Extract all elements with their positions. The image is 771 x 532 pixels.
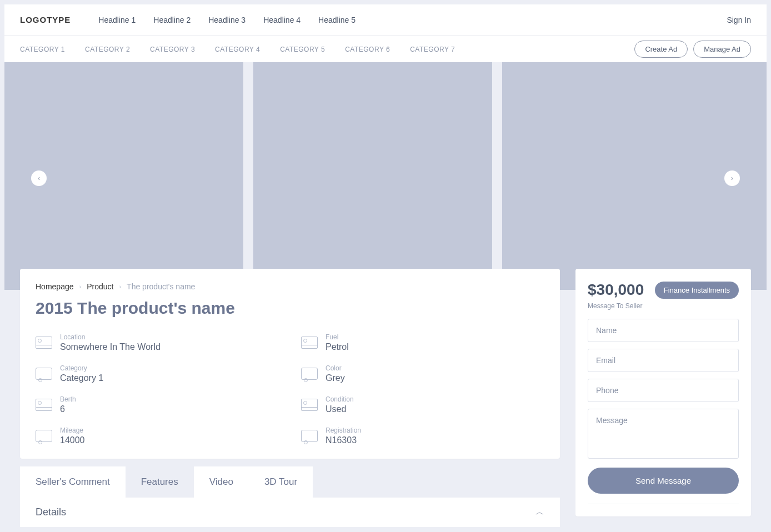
van-icon [301,368,318,380]
headline-5[interactable]: Headline 5 [318,16,356,24]
spec-value: Grey [326,373,345,383]
van-icon [36,430,52,442]
spec-value: N16303 [326,435,361,445]
sign-in-link[interactable]: Sign In [727,16,751,24]
bed-icon [36,337,52,349]
chevron-right-icon: › [119,283,121,290]
bed-icon [301,337,318,349]
header: LOGOTYPE Headline 1 Headline 2 Headline … [4,4,767,62]
spec-category: CategoryCategory 1 [36,364,279,383]
details-title: Details [36,506,66,518]
spec-grid: LocationSomewhere In The World FuelPetro… [36,333,544,445]
spec-location: LocationSomewhere In The World [36,333,279,352]
spec-registration: RegistrationN16303 [301,426,544,445]
category-7[interactable]: CATEGORY 7 [410,46,455,53]
breadcrumb-home[interactable]: Homepage [36,282,74,291]
tab-sellers-comment[interactable]: Seller's Comment [20,466,126,498]
contact-sidebar: $30,000 Finance Installments Message To … [575,269,751,516]
spec-value: Petrol [326,342,349,352]
chevron-right-icon: › [79,283,82,290]
category-2[interactable]: CATEGORY 2 [85,46,130,53]
van-icon [36,368,52,380]
product-title: 2015 The product's name [36,299,544,318]
tab-video[interactable]: Video [194,466,249,498]
spec-value: 6 [60,404,76,414]
category-3[interactable]: CATEGORY 3 [150,46,195,53]
spec-mileage: Mileage14000 [36,426,279,445]
gallery-prev-button[interactable]: ‹ [31,170,47,186]
price: $30,000 [588,281,644,299]
product-card: Homepage › Product › The product's name … [20,269,560,459]
spec-label: Color [326,364,345,372]
image-gallery: ‹ › [4,62,767,290]
send-message-button[interactable]: Send Message [588,468,739,494]
headline-4[interactable]: Headline 4 [263,16,301,24]
divider [588,504,739,504]
message-textarea[interactable] [588,409,739,459]
email-input[interactable] [588,349,739,372]
gallery-slide[interactable] [253,62,492,290]
topbar: LOGOTYPE Headline 1 Headline 2 Headline … [4,4,767,36]
create-ad-button[interactable]: Create Ad [634,41,688,58]
breadcrumb-current: The product's name [127,282,195,291]
details-accordion[interactable]: Details ︿ [20,498,560,527]
headline-3[interactable]: Headline 3 [208,16,246,24]
spec-label: Mileage [60,426,85,434]
headline-2[interactable]: Headline 2 [153,16,191,24]
van-icon [301,430,318,442]
spec-color: ColorGrey [301,364,544,383]
bed-icon [36,399,52,411]
spec-label: Berth [60,395,76,403]
gallery-next-button[interactable]: › [724,170,740,186]
spec-label: Category [60,364,103,372]
spec-fuel: FuelPetrol [301,333,544,352]
spec-label: Condition [326,395,354,403]
spec-value: Used [326,404,354,414]
category-5[interactable]: CATEGORY 5 [280,46,325,53]
spec-berth: Berth6 [36,395,279,414]
ad-buttons: Create Ad Manage Ad [634,41,751,58]
category-bar: CATEGORY 1 CATEGORY 2 CATEGORY 3 CATEGOR… [4,36,767,62]
categories-nav: CATEGORY 1 CATEGORY 2 CATEGORY 3 CATEGOR… [20,46,634,53]
message-to-seller-label: Message To Seller [588,302,739,310]
spec-value: Category 1 [60,373,103,383]
chevron-left-icon: ‹ [38,174,40,182]
spec-value: 14000 [60,435,85,445]
headlines-nav: Headline 1 Headline 2 Headline 3 Headlin… [98,16,727,24]
spec-label: Location [60,333,161,341]
headline-1[interactable]: Headline 1 [98,16,136,24]
tab-features[interactable]: Features [126,466,194,498]
spec-value: Somewhere In The World [60,342,161,352]
bed-icon [301,399,318,411]
logo[interactable]: LOGOTYPE [20,15,71,24]
phone-input[interactable] [588,379,739,402]
spec-condition: ConditionUsed [301,395,544,414]
tab-3d-tour[interactable]: 3D Tour [249,466,313,498]
category-6[interactable]: CATEGORY 6 [345,46,390,53]
breadcrumb: Homepage › Product › The product's name [36,282,544,291]
chevron-right-icon: › [731,174,733,182]
spec-label: Registration [326,426,361,434]
tabs: Seller's Comment Features Video 3D Tour [20,466,560,498]
main-column: Homepage › Product › The product's name … [20,269,560,527]
breadcrumb-product[interactable]: Product [87,282,113,291]
finance-button[interactable]: Finance Installments [655,282,739,299]
manage-ad-button[interactable]: Manage Ad [693,41,751,58]
category-4[interactable]: CATEGORY 4 [215,46,260,53]
spec-label: Fuel [326,333,349,341]
name-input[interactable] [588,319,739,342]
chevron-up-icon: ︿ [535,506,544,518]
category-1[interactable]: CATEGORY 1 [20,46,65,53]
